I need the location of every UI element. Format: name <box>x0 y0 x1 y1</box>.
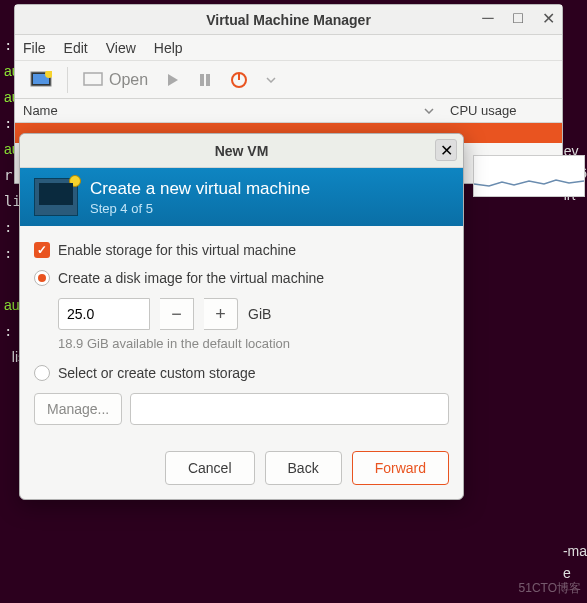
disk-size-input[interactable] <box>58 298 150 330</box>
enable-storage-label: Enable storage for this virtual machine <box>58 242 296 258</box>
power-button[interactable] <box>223 66 255 94</box>
dialog-close-button[interactable]: ✕ <box>435 139 457 161</box>
new-vm-button[interactable] <box>23 66 59 94</box>
close-button[interactable]: ✕ <box>540 10 556 26</box>
terminal-side-text-2: -ma e <box>563 540 587 584</box>
power-menu-button[interactable] <box>259 72 283 88</box>
storage-path-input[interactable] <box>130 393 449 425</box>
back-button[interactable]: Back <box>265 451 342 485</box>
available-space-hint: 18.9 GiB available in the default locati… <box>58 336 449 351</box>
menu-file[interactable]: File <box>23 40 46 56</box>
create-disk-radio[interactable] <box>34 270 50 286</box>
menubar: File Edit View Help <box>15 35 562 61</box>
dialog-title: New VM <box>215 143 269 159</box>
window-title: Virtual Machine Manager <box>206 12 371 28</box>
step-indicator: Step 4 of 5 <box>90 201 310 216</box>
new-vm-dialog: New VM ✕ Create a new virtual machine St… <box>19 133 464 500</box>
pause-button[interactable] <box>191 68 219 92</box>
dialog-titlebar: New VM ✕ <box>20 134 463 168</box>
column-name[interactable]: Name <box>23 103 58 118</box>
cancel-button[interactable]: Cancel <box>165 451 255 485</box>
create-disk-label: Create a disk image for the virtual mach… <box>58 270 324 286</box>
forward-button[interactable]: Forward <box>352 451 449 485</box>
play-button[interactable] <box>159 68 187 92</box>
menu-view[interactable]: View <box>106 40 136 56</box>
dialog-footer: Cancel Back Forward <box>20 437 463 499</box>
menu-help[interactable]: Help <box>154 40 183 56</box>
enable-storage-checkbox[interactable] <box>34 242 50 258</box>
play-icon <box>166 73 180 87</box>
chevron-down-icon <box>266 77 276 83</box>
dialog-header: Create a new virtual machine Step 4 of 5 <box>20 168 463 226</box>
power-icon <box>230 71 248 89</box>
decrease-button[interactable]: − <box>160 298 194 330</box>
svg-marker-4 <box>168 74 178 86</box>
custom-storage-radio[interactable] <box>34 365 50 381</box>
svg-rect-5 <box>200 74 204 86</box>
increase-button[interactable]: + <box>204 298 238 330</box>
list-header: Name CPU usage <box>15 99 562 123</box>
titlebar: Virtual Machine Manager ─ □ ✕ <box>15 5 562 35</box>
open-button[interactable]: Open <box>76 66 155 94</box>
size-unit-label: GiB <box>248 306 271 322</box>
minimize-button[interactable]: ─ <box>480 10 496 26</box>
custom-storage-label: Select or create custom storage <box>58 365 256 381</box>
menu-edit[interactable]: Edit <box>64 40 88 56</box>
pause-icon <box>198 73 212 87</box>
monitor-icon <box>83 72 103 88</box>
chevron-down-icon <box>424 108 434 114</box>
maximize-button[interactable]: □ <box>510 10 526 26</box>
monitor-new-icon <box>30 71 52 89</box>
dialog-heading: Create a new virtual machine <box>90 179 310 199</box>
svg-rect-6 <box>206 74 210 86</box>
watermark: 51CTO博客 <box>519 580 581 597</box>
column-cpu[interactable]: CPU usage <box>442 103 562 118</box>
toolbar: Open <box>15 61 562 99</box>
cpu-usage-graph <box>473 155 585 197</box>
svg-rect-3 <box>84 73 102 85</box>
vm-wizard-icon <box>34 178 78 216</box>
manage-button[interactable]: Manage... <box>34 393 122 425</box>
